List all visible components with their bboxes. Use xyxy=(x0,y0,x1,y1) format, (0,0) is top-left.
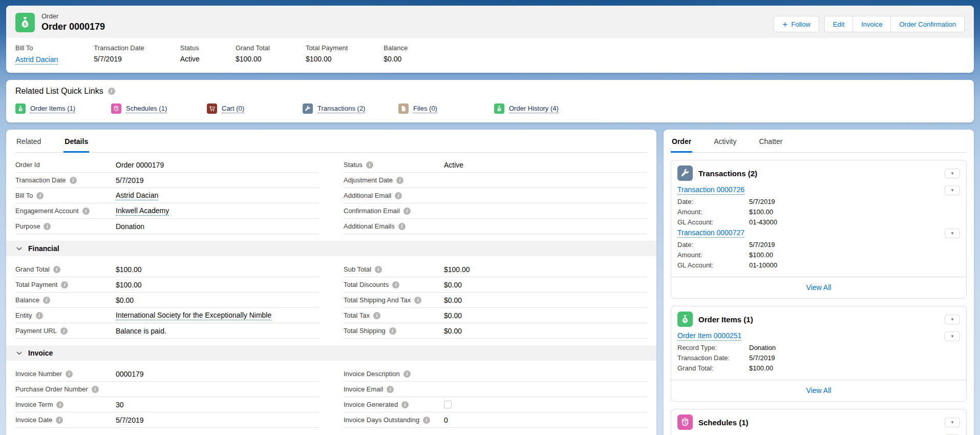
info-icon: i xyxy=(60,327,68,335)
summary-field-transaction-date: Transaction Date 5/7/2019 xyxy=(94,44,144,64)
related-card-order-items: Order Items (1) ▼ Order Item 0000251 ▼ R… xyxy=(671,306,967,402)
edit-button[interactable]: Edit xyxy=(824,16,853,32)
chevron-down-icon: ▼ xyxy=(950,420,954,425)
info-icon: i xyxy=(392,281,399,288)
info-icon: i xyxy=(70,177,77,184)
card-actions-dropdown[interactable]: ▼ xyxy=(945,169,960,178)
gl-account-link[interactable]: 01-10000 xyxy=(749,260,777,271)
sidebar-panel: Order Activity Chatter Transactions (2) … xyxy=(664,130,974,435)
chevron-down-icon: ▼ xyxy=(950,317,954,322)
field-additional-emails: Additional Emailsi xyxy=(344,219,647,234)
field-total-tax: Total Taxi $0.00 xyxy=(344,308,647,323)
record-order-item-0000251: Order Item 0000251 ▼ Record Type:Donatio… xyxy=(671,330,966,374)
record-transaction-0000727: Transaction 0000727 ▼ Date:5/7/2019 Amou… xyxy=(671,227,966,271)
info-icon: i xyxy=(56,401,63,408)
alarm-clock-icon xyxy=(111,103,121,114)
related-card-transactions: Transactions (2) ▼ Transaction 0000726 ▼… xyxy=(671,160,967,299)
header-actions: + Follow Edit Invoice Order Confirmation xyxy=(774,16,965,32)
record-detail-panel: Related Details Order Id Order 0000179 S… xyxy=(6,130,656,435)
field-total-payment: Total Paymenti $100.00 xyxy=(15,277,319,293)
tab-chatter[interactable]: Chatter xyxy=(758,130,783,152)
section-invoice[interactable]: Invoice xyxy=(6,345,656,361)
detail-tabs: Related Details xyxy=(15,130,647,153)
order-record-page: Order Order 0000179 + Follow Edit Invoic… xyxy=(0,0,980,435)
summary-field-grand-total: Grand Total $100.00 xyxy=(236,44,270,64)
card-actions-dropdown[interactable]: ▼ xyxy=(945,418,960,427)
info-icon: i xyxy=(373,312,380,319)
chevron-down-icon xyxy=(16,350,23,357)
info-icon: i xyxy=(92,386,99,393)
field-invoice-date: Invoice Datei 5/7/2019 xyxy=(15,412,319,428)
tab-details[interactable]: Details xyxy=(63,130,89,152)
section-financial[interactable]: Financial xyxy=(6,241,656,256)
field-balance: Balancei $0.00 xyxy=(15,293,319,308)
info-icon: i xyxy=(423,417,430,424)
field-total-shipping: Total Shippingi $0.00 xyxy=(344,323,647,339)
order-confirmation-button[interactable]: Order Confirmation xyxy=(891,16,965,32)
entity-link[interactable]: International Society for the Exceptiona… xyxy=(116,311,271,320)
quick-link-order-history[interactable]: Order History (4) xyxy=(494,103,590,114)
sidebar-tabs: Order Activity Chatter xyxy=(671,130,967,153)
transaction-link[interactable]: Transaction 0000726 xyxy=(677,185,744,195)
info-icon: i xyxy=(53,266,60,273)
record-actions-dropdown[interactable]: ▼ xyxy=(945,229,960,238)
invoice-button[interactable]: Invoice xyxy=(853,16,891,32)
gl-account-link[interactable]: 01-43000 xyxy=(749,217,777,227)
field-additional-email: Additional Emaili xyxy=(344,188,647,203)
money-bag-icon xyxy=(494,103,504,114)
bill-to-link[interactable]: Astrid Dacian xyxy=(15,55,58,65)
alarm-clock-icon xyxy=(677,415,693,430)
record-actions-dropdown[interactable]: ▼ xyxy=(945,185,960,195)
field-sub-total: Sub Totali $100.00 xyxy=(344,262,647,277)
info-icon: i xyxy=(108,88,115,95)
tab-activity[interactable]: Activity xyxy=(713,130,737,152)
quick-link-transactions[interactable]: Transactions (2) xyxy=(303,103,398,114)
field-adjustment-date: Adjustment Datei xyxy=(344,173,647,188)
record-header: Order Order 0000179 + Follow Edit Invoic… xyxy=(6,6,974,38)
view-all-link[interactable]: View All xyxy=(806,283,832,292)
plus-icon: + xyxy=(782,20,787,29)
field-invoice-description: Invoice Descriptioni xyxy=(344,366,647,382)
info-icon: i xyxy=(66,370,73,378)
field-engagement-account: Engagement Accounti Inkwell Academy xyxy=(15,203,319,219)
engagement-account-link[interactable]: Inkwell Academy xyxy=(116,206,169,216)
invoice-generated-checkbox[interactable] xyxy=(444,401,452,408)
bill-to-detail-link[interactable]: Astrid Dacian xyxy=(116,191,158,200)
chevron-down-icon: ▼ xyxy=(950,171,954,176)
info-icon: i xyxy=(414,297,421,304)
record-actions-dropdown[interactable]: ▼ xyxy=(945,332,960,341)
card-actions-dropdown[interactable]: ▼ xyxy=(945,315,960,324)
field-invoice-days-outstanding: Invoice Days Outstandingi 0 xyxy=(344,412,647,428)
quick-link-files[interactable]: Files (0) xyxy=(398,103,494,114)
info-icon: i xyxy=(366,161,373,169)
info-icon: i xyxy=(375,266,382,273)
transaction-link[interactable]: Transaction 0000727 xyxy=(677,229,744,238)
info-icon: i xyxy=(56,417,63,424)
wrench-icon xyxy=(677,165,693,181)
info-icon: i xyxy=(401,401,409,408)
tab-order[interactable]: Order xyxy=(671,130,692,152)
summary-field-status: Status Active xyxy=(180,44,200,64)
order-item-link[interactable]: Order Item 0000251 xyxy=(677,332,741,341)
field-invoice-term: Invoice Termi 30 xyxy=(15,397,319,412)
quick-link-order-items[interactable]: Order Items (1) xyxy=(15,103,111,114)
card-title: Schedules (1) xyxy=(698,418,939,427)
tab-related[interactable]: Related xyxy=(15,130,42,152)
money-bag-icon xyxy=(15,103,26,114)
chevron-down-icon: ▼ xyxy=(950,334,954,339)
quick-link-cart[interactable]: Cart (0) xyxy=(207,103,303,114)
quick-link-schedules[interactable]: Schedules (1) xyxy=(111,103,207,114)
chevron-down-icon: ▼ xyxy=(950,188,954,193)
chevron-down-icon xyxy=(16,245,23,252)
field-purchase-order-number: Purchase Order Numberi xyxy=(15,382,319,397)
file-icon xyxy=(398,103,409,114)
quick-links-card: Related List Quick Links i Order Items (… xyxy=(6,80,974,122)
page-title: Order 0000179 xyxy=(41,22,105,32)
chevron-down-icon: ▼ xyxy=(950,231,954,236)
view-all-link[interactable]: View All xyxy=(806,386,832,395)
info-icon: i xyxy=(398,223,406,230)
field-invoice-email: Invoice Emaili xyxy=(344,382,647,397)
quick-links-row: Order Items (1) Schedules (1) Cart (0) T… xyxy=(15,103,965,114)
info-icon: i xyxy=(396,177,403,184)
follow-button[interactable]: + Follow xyxy=(774,16,819,32)
